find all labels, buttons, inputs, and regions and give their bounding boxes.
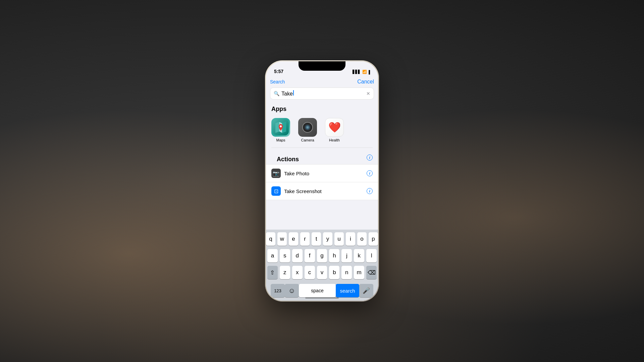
phone-screen: 5:57 ▋▋▋ 📶 ▌ Search Cancel 🔍 <box>266 61 378 301</box>
shift-key[interactable]: ⇧ <box>267 266 278 279</box>
key-y[interactable]: y <box>323 232 332 246</box>
svg-marker-4 <box>282 122 286 133</box>
search-results: Apps <box>266 102 378 200</box>
app-item-maps[interactable]: Maps <box>271 118 290 142</box>
key-d[interactable]: d <box>292 249 303 262</box>
key-t[interactable]: t <box>312 232 321 246</box>
key-f[interactable]: f <box>305 249 315 262</box>
camera-app-name: Camera <box>301 138 314 142</box>
key-n[interactable]: n <box>341 266 352 279</box>
keyboard-bottom-row: 123 ☺ space search 🎤 <box>267 283 377 299</box>
key-g[interactable]: g <box>317 249 327 262</box>
keyboard-row-3: ⇧ z x c v b n m ⌫ <box>267 266 377 279</box>
status-time: 5:57 <box>273 69 283 74</box>
search-header: Search Cancel 🔍 Take ✕ <box>266 76 378 102</box>
svg-marker-2 <box>275 122 279 133</box>
camera-lens <box>302 122 313 133</box>
key-o[interactable]: o <box>357 232 367 246</box>
key-m[interactable]: m <box>354 266 364 279</box>
key-c[interactable]: c <box>305 266 315 279</box>
screen-content: 5:57 ▋▋▋ 📶 ▌ Search Cancel 🔍 <box>266 61 378 301</box>
key-b[interactable]: b <box>329 266 339 279</box>
key-l[interactable]: l <box>366 249 377 262</box>
maps-app-name: Maps <box>276 138 285 142</box>
key-p[interactable]: p <box>369 232 378 246</box>
health-app-icon: ❤️ <box>325 118 344 137</box>
actions-info-icon[interactable]: i <box>367 155 373 161</box>
key-a[interactable]: a <box>267 249 278 262</box>
signal-icon: ▋▋▋ <box>353 70 361 74</box>
action-take-photo[interactable]: 📷 Take Photo i <box>266 164 378 182</box>
key-x[interactable]: x <box>292 266 303 279</box>
key-j[interactable]: j <box>341 249 352 262</box>
svg-point-5 <box>280 125 282 127</box>
maps-icon-svg <box>273 119 289 135</box>
delete-key[interactable]: ⌫ <box>366 266 377 279</box>
key-e[interactable]: e <box>289 232 298 246</box>
key-v[interactable]: v <box>317 266 327 279</box>
key-h[interactable]: h <box>329 249 339 262</box>
camera-lens-inner <box>305 125 310 130</box>
keyboard: q w e r t y u i o p a s d <box>266 230 378 301</box>
cancel-button[interactable]: Cancel <box>357 79 374 85</box>
key-w[interactable]: w <box>277 232 287 246</box>
phone-notch <box>299 61 345 71</box>
key-r[interactable]: r <box>300 232 310 246</box>
battery-icon: ▌ <box>369 70 371 74</box>
app-item-camera[interactable]: Camera <box>298 118 317 142</box>
apps-section: Apps <box>266 102 378 147</box>
apps-section-title: Apps <box>266 102 378 115</box>
health-app-name: Health <box>329 138 340 142</box>
phone-body: 5:57 ▋▋▋ 📶 ▌ Search Cancel 🔍 <box>265 60 379 302</box>
search-input-text: Take <box>281 90 366 97</box>
key-s[interactable]: s <box>280 249 290 262</box>
take-screenshot-label: Take Screenshot <box>284 188 322 194</box>
microphone-key[interactable]: 🎤 <box>359 284 373 297</box>
action-take-screenshot[interactable]: ⊡ Take Screenshot i <box>266 182 378 200</box>
keyboard-row-1: q w e r t y u i o p <box>267 232 377 246</box>
keyboard-row-2: a s d f g h j k l <box>267 249 377 262</box>
actions-header: Actions i <box>266 148 378 164</box>
status-icons: ▋▋▋ 📶 ▌ <box>353 70 371 74</box>
search-nav: Search Cancel <box>270 79 374 85</box>
app-item-health[interactable]: ❤️ Health <box>325 118 344 142</box>
maps-app-icon <box>271 118 290 137</box>
camera-app-icon <box>298 118 317 137</box>
take-screenshot-info[interactable]: i <box>367 188 373 194</box>
search-magnify-icon: 🔍 <box>274 91 279 96</box>
actions-list: 📷 Take Photo i ⊡ Take Screenshot <box>266 164 378 200</box>
key-u[interactable]: u <box>334 232 344 246</box>
key-z[interactable]: z <box>280 266 290 279</box>
take-photo-icon: 📷 <box>271 169 281 178</box>
take-photo-label: Take Photo <box>284 171 309 176</box>
phone-device: 5:57 ▋▋▋ 📶 ▌ Search Cancel 🔍 <box>265 60 379 302</box>
space-key[interactable]: space <box>299 284 336 297</box>
key-i[interactable]: i <box>346 232 355 246</box>
search-back-label: Search <box>270 79 285 84</box>
take-screenshot-icon: ⊡ <box>271 186 281 196</box>
take-photo-info[interactable]: i <box>367 170 373 176</box>
emoji-key[interactable]: ☺ <box>285 284 299 297</box>
actions-section: Actions i 📷 Take Photo i <box>266 148 378 200</box>
home-indicator <box>305 297 339 299</box>
key-k[interactable]: k <box>354 249 364 262</box>
apps-grid: Maps Camera <box>266 115 378 147</box>
actions-section-title: Actions <box>271 152 304 163</box>
text-cursor <box>293 90 294 96</box>
key-q[interactable]: q <box>266 232 275 246</box>
search-keyboard-button[interactable]: search <box>336 284 359 297</box>
heart-icon: ❤️ <box>328 122 341 132</box>
wifi-icon: 📶 <box>362 70 367 74</box>
search-bar[interactable]: 🔍 Take ✕ <box>270 87 374 100</box>
clear-search-icon[interactable]: ✕ <box>366 91 370 96</box>
numbers-key[interactable]: 123 <box>271 284 285 297</box>
